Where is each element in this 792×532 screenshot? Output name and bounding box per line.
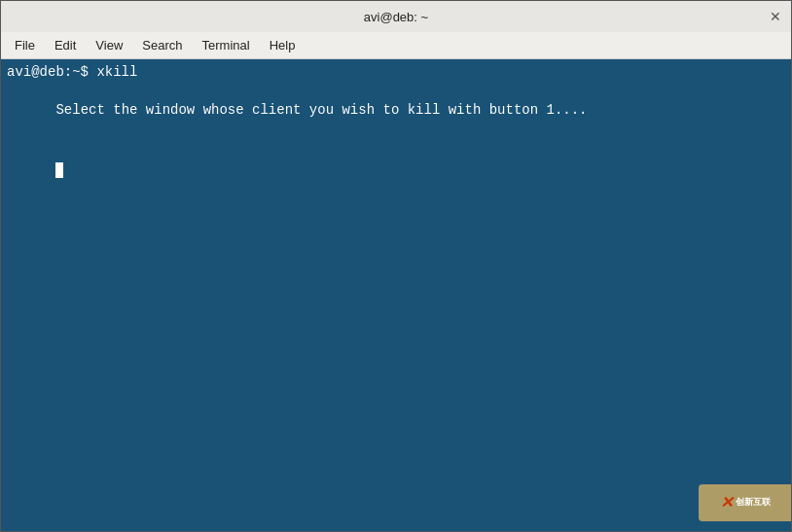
menu-file[interactable]: File <box>5 36 45 54</box>
watermark-name: 创新互联 <box>736 497 771 509</box>
menu-search[interactable]: Search <box>132 36 192 54</box>
close-button[interactable]: ✕ <box>768 9 783 24</box>
menu-edit[interactable]: Edit <box>45 36 86 54</box>
terminal-line-2: Select the window whose client you wish … <box>7 83 785 140</box>
menu-terminal[interactable]: Terminal <box>193 36 260 54</box>
menu-help[interactable]: Help <box>260 36 306 54</box>
terminal-line-1: avi@deb:~$ xkill <box>7 63 785 83</box>
menu-view[interactable]: View <box>86 36 132 54</box>
terminal-window: avi@deb: ~ ✕ File Edit View Search Termi… <box>0 0 792 532</box>
watermark: ✕ 创新互联 <box>699 484 791 521</box>
title-bar: avi@deb: ~ ✕ <box>1 1 791 32</box>
cursor-block <box>55 162 63 178</box>
watermark-icon: ✕ <box>720 493 733 514</box>
menu-bar: File Edit View Search Terminal Help <box>1 32 791 59</box>
terminal-line-3 <box>7 139 785 196</box>
window-title: avi@deb: ~ <box>364 10 428 24</box>
watermark-content: ✕ 创新互联 <box>720 493 771 514</box>
watermark-logo: ✕ 创新互联 <box>720 493 771 514</box>
terminal-body[interactable]: avi@deb:~$ xkill Select the window whose… <box>1 59 791 531</box>
